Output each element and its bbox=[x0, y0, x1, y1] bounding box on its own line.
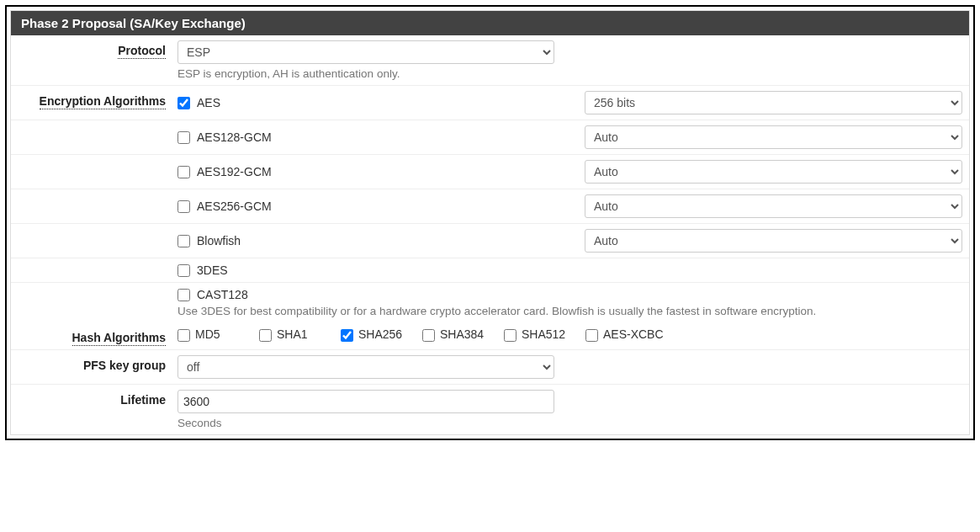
hash-item-sha384: SHA384 bbox=[422, 327, 504, 342]
pfs-label: PFS key group bbox=[83, 359, 166, 372]
protocol-label: Protocol bbox=[118, 44, 166, 59]
hash-label-sha384: SHA384 bbox=[440, 327, 484, 341]
enc-checkbox-cast128[interactable] bbox=[177, 289, 190, 301]
enc-label-3des: 3DES bbox=[197, 263, 228, 277]
hash-checkbox-aes-xcbc[interactable] bbox=[585, 329, 598, 342]
enc-row-blowfish: BlowfishAuto bbox=[11, 224, 969, 258]
row-protocol: Protocol ESP ESP is encryption, AH is au… bbox=[11, 35, 969, 86]
lifetime-help: Seconds bbox=[177, 417, 962, 429]
enc-row-aes: Encryption AlgorithmsAES256 bits bbox=[11, 86, 969, 120]
hash-label-sha1: SHA1 bbox=[277, 327, 308, 341]
hash-label-aes-xcbc: AES-XCBC bbox=[603, 327, 664, 341]
enc-bits-select-aes128-gcm[interactable]: Auto bbox=[585, 125, 962, 149]
enc-checkbox-aes192-gcm[interactable] bbox=[177, 166, 190, 178]
enc-label-aes128-gcm: AES128-GCM bbox=[197, 130, 272, 144]
enc-label-blowfish: Blowfish bbox=[197, 234, 241, 247]
hash-checkbox-sha512[interactable] bbox=[504, 329, 516, 342]
enc-checkbox-3des[interactable] bbox=[177, 264, 190, 277]
hash-checkbox-sha384[interactable] bbox=[422, 329, 435, 342]
hash-item-sha512: SHA512 bbox=[504, 327, 585, 342]
row-lifetime: Lifetime Seconds bbox=[11, 385, 969, 434]
row-pfs: PFS key group off bbox=[11, 350, 969, 385]
enc-row-cast128: CAST128Use 3DES for best compatibility o… bbox=[11, 283, 969, 322]
enc-checkbox-aes256-gcm[interactable] bbox=[177, 200, 190, 213]
enc-checkbox-aes128-gcm[interactable] bbox=[177, 131, 190, 144]
enc-label-cast128: CAST128 bbox=[197, 288, 248, 301]
hash-checkbox-md5[interactable] bbox=[177, 329, 190, 342]
hash-item-sha1: SHA1 bbox=[259, 327, 341, 342]
hash-label-md5: MD5 bbox=[195, 327, 220, 341]
enc-bits-select-aes[interactable]: 256 bits bbox=[585, 91, 962, 114]
enc-bits-select-blowfish[interactable]: Auto bbox=[585, 229, 962, 253]
row-hash: Hash Algorithms MD5SHA1SHA256SHA384SHA51… bbox=[11, 322, 969, 350]
hash-item-md5: MD5 bbox=[177, 327, 259, 342]
enc-row-aes192-gcm: AES192-GCMAuto bbox=[11, 155, 969, 189]
pfs-select[interactable]: off bbox=[177, 355, 554, 379]
enc-checkbox-blowfish[interactable] bbox=[177, 235, 190, 247]
protocol-select[interactable]: ESP bbox=[177, 40, 554, 64]
enc-bits-select-aes256-gcm[interactable]: Auto bbox=[585, 194, 962, 218]
lifetime-input[interactable] bbox=[177, 390, 554, 413]
hash-label-sha256: SHA256 bbox=[358, 327, 402, 341]
enc-row-3des: 3DES bbox=[11, 258, 969, 283]
encryption-label: Encryption Algorithms bbox=[40, 94, 166, 109]
enc-row-aes128-gcm: AES128-GCMAuto bbox=[11, 120, 969, 155]
hash-checkbox-sha1[interactable] bbox=[259, 329, 272, 342]
enc-row-aes256-gcm: AES256-GCMAuto bbox=[11, 189, 969, 224]
enc-label-aes: AES bbox=[197, 96, 220, 109]
lifetime-label: Lifetime bbox=[120, 393, 166, 407]
hash-label-sha512: SHA512 bbox=[522, 327, 565, 341]
hash-checkbox-sha256[interactable] bbox=[341, 329, 353, 342]
hash-item-aes-xcbc: AES-XCBC bbox=[585, 327, 667, 342]
encryption-help: Use 3DES for best compatibility or for a… bbox=[177, 305, 962, 317]
enc-checkbox-aes[interactable] bbox=[177, 97, 190, 109]
hash-label: Hash Algorithms bbox=[72, 331, 167, 346]
protocol-help: ESP is encryption, AH is authentication … bbox=[177, 67, 962, 80]
phase2-proposal-panel: Phase 2 Proposal (SA/Key Exchange) Proto… bbox=[10, 10, 970, 435]
enc-bits-select-aes192-gcm[interactable]: Auto bbox=[585, 160, 962, 184]
enc-label-aes256-gcm: AES256-GCM bbox=[197, 200, 272, 213]
enc-label-aes192-gcm: AES192-GCM bbox=[197, 165, 272, 178]
panel-title: Phase 2 Proposal (SA/Key Exchange) bbox=[11, 11, 969, 35]
hash-item-sha256: SHA256 bbox=[341, 327, 422, 342]
